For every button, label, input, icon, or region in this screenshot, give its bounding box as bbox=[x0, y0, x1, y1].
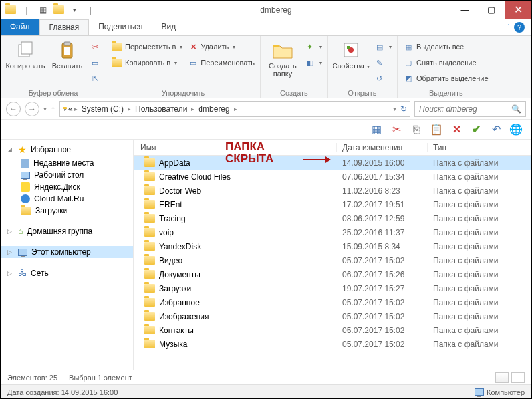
copy-to-icon bbox=[112, 57, 122, 68]
copy-icon[interactable]: ⎘ bbox=[409, 122, 424, 137]
close-button[interactable]: ✕ bbox=[505, 1, 531, 19]
sidebar-mailru[interactable]: Cloud Mail.Ru bbox=[1, 193, 133, 205]
file-type: Папка с файлами bbox=[428, 298, 531, 307]
file-row[interactable]: Изображения05.07.2017 15:02Папка с файла… bbox=[134, 309, 531, 323]
file-type: Папка с файлами bbox=[428, 270, 531, 279]
qat-open-icon[interactable] bbox=[51, 3, 66, 17]
crumb-users[interactable]: Пользователи bbox=[132, 104, 190, 114]
back-button[interactable]: ← bbox=[6, 102, 21, 116]
move-to-button[interactable]: Переместить в▾ bbox=[110, 39, 184, 54]
file-row[interactable]: Doctor Web11.02.2016 8:23Папка с файлами bbox=[134, 184, 531, 198]
search-icon[interactable]: 🔍 bbox=[511, 104, 521, 114]
tab-share[interactable]: Поделиться bbox=[89, 19, 152, 35]
new-item-button[interactable]: ✦▾ bbox=[303, 39, 323, 54]
tab-view[interactable]: Вид bbox=[152, 19, 185, 35]
column-type[interactable]: Тип bbox=[428, 143, 531, 152]
globe-icon[interactable]: 🌐 bbox=[509, 122, 523, 137]
crumb-system[interactable]: System (C:) bbox=[79, 104, 126, 114]
icons-view-button[interactable] bbox=[511, 372, 525, 383]
search-input[interactable] bbox=[419, 104, 507, 114]
window-controls: — ▢ ✕ bbox=[452, 1, 531, 19]
search-box[interactable]: 🔍 bbox=[414, 101, 526, 117]
cut-button[interactable]: ✂ bbox=[88, 39, 102, 54]
ribbon-collapse-icon[interactable]: ˆ bbox=[507, 23, 510, 31]
tab-home[interactable]: Главная bbox=[39, 19, 90, 35]
minimize-button[interactable]: — bbox=[452, 1, 478, 19]
recent-locations-button[interactable]: ▾ bbox=[43, 105, 47, 112]
window-title: dmbereg bbox=[100, 5, 452, 15]
address-dropdown-icon[interactable]: ▾ bbox=[393, 105, 396, 112]
sidebar-desktop[interactable]: Рабочий стол bbox=[1, 169, 133, 181]
file-row[interactable]: Избранное05.07.2017 15:02Папка с файлами bbox=[134, 295, 531, 309]
details-view-button[interactable] bbox=[495, 372, 509, 383]
crumb-dmbereg[interactable]: dmbereg bbox=[196, 104, 232, 114]
file-name: Избранное bbox=[159, 298, 200, 307]
delete-button[interactable]: ✕Удалить▾ bbox=[186, 39, 256, 54]
file-date: 11.02.2016 8:23 bbox=[337, 186, 428, 196]
file-date: 05.07.2017 15:02 bbox=[337, 298, 428, 307]
check-icon[interactable]: ✔ bbox=[469, 122, 483, 137]
sidebar-homegroup[interactable]: ▷⌂Домашняя группа bbox=[1, 225, 133, 238]
file-row[interactable]: Контакты05.07.2017 15:02Папка с файлами bbox=[134, 323, 531, 337]
sidebar-network[interactable]: ▷🖧Сеть bbox=[1, 266, 133, 280]
history-button[interactable]: ↺ bbox=[373, 71, 393, 86]
date-created: Дата создания: 14.09.2015 16:00 bbox=[7, 388, 118, 396]
paste-button[interactable]: Вставить bbox=[49, 38, 86, 70]
file-row[interactable]: Документы06.07.2017 15:26Папка с файлами bbox=[134, 267, 531, 281]
maximize-button[interactable]: ▢ bbox=[478, 1, 505, 19]
cut-icon[interactable]: ✂ bbox=[389, 122, 404, 137]
paste-shortcut-button[interactable]: ⇱ bbox=[88, 71, 102, 86]
chevron-down-icon: ▾ bbox=[233, 44, 235, 50]
new-folder-button[interactable]: Создать папку bbox=[265, 38, 301, 78]
file-row[interactable]: Загрузки19.07.2017 15:27Папка с файлами bbox=[134, 281, 531, 295]
sidebar-this-pc[interactable]: ▷Этот компьютер bbox=[1, 246, 133, 258]
file-row[interactable]: AppData14.09.2015 16:00Папка с файлами bbox=[134, 156, 531, 170]
file-row[interactable]: Creative Cloud Files07.06.2017 15:34Папк… bbox=[134, 170, 531, 184]
select-all-button[interactable]: ▦Выделить все bbox=[402, 39, 490, 54]
forward-button[interactable]: → bbox=[25, 102, 39, 116]
refresh-icon[interactable]: ↻ bbox=[400, 104, 407, 114]
invert-selection-button[interactable]: ◩Обратить выделение bbox=[402, 71, 490, 86]
edit-button[interactable]: ✎ bbox=[373, 55, 393, 70]
column-date[interactable]: Дата изменения bbox=[337, 143, 428, 152]
undo-icon[interactable]: ↶ bbox=[489, 122, 503, 137]
column-headers: Имя Дата изменения Тип bbox=[134, 140, 531, 156]
file-row[interactable]: Tracing08.06.2017 12:59Папка с файлами bbox=[134, 211, 531, 225]
open-button[interactable]: ▤▾ bbox=[373, 39, 393, 54]
file-row[interactable]: voip25.02.2016 11:37Папка с файлами bbox=[134, 225, 531, 239]
breadcrumb-ellipsis[interactable]: « bbox=[68, 104, 73, 114]
select-none-button[interactable]: ▢Снять выделение bbox=[402, 55, 490, 70]
breadcrumb[interactable]: ▸ « ▸ System (C:) ▸ Пользователи ▸ dmber… bbox=[59, 101, 410, 117]
file-row[interactable]: EREnt17.02.2017 19:51Папка с файлами bbox=[134, 198, 531, 211]
delete-icon[interactable]: ✕ bbox=[449, 122, 464, 137]
file-row[interactable]: Видео05.07.2017 15:02Папка с файлами bbox=[134, 253, 531, 267]
column-name[interactable]: Имя bbox=[134, 143, 337, 152]
sidebar-yandex[interactable]: Яндекс.Диск bbox=[1, 181, 133, 193]
copy-to-button[interactable]: Копировать в▾ bbox=[110, 55, 184, 70]
sidebar-favorites[interactable]: ◢★Избранное bbox=[1, 142, 133, 157]
details-bar: Дата создания: 14.09.2015 16:00 Компьюте… bbox=[1, 384, 531, 399]
easy-access-button[interactable]: ◧▾ bbox=[303, 55, 323, 70]
properties-button[interactable]: Свойства ▾ bbox=[332, 38, 370, 71]
file-date: 05.07.2017 15:02 bbox=[337, 326, 428, 335]
navigation-pane: ◢★Избранное Недавние места Рабочий стол … bbox=[1, 140, 134, 370]
qat-properties-icon[interactable]: ▦ bbox=[35, 3, 50, 17]
paste-icon[interactable]: 📋 bbox=[429, 122, 444, 137]
copy-icon bbox=[15, 39, 36, 61]
help-icon[interactable]: ? bbox=[514, 22, 525, 33]
network-icon: 🖧 bbox=[18, 268, 27, 278]
tab-file[interactable]: Файл bbox=[1, 19, 39, 35]
copy-button[interactable]: Копировать bbox=[5, 38, 46, 70]
file-row[interactable]: YandexDisk15.09.2015 8:34Папка с файлами bbox=[134, 239, 531, 253]
qat-dropdown-icon[interactable]: ▾ bbox=[67, 3, 82, 17]
rename-button[interactable]: ▭Переименовать bbox=[186, 55, 256, 70]
preview-pane-icon[interactable]: ▦ bbox=[369, 122, 384, 137]
up-button[interactable]: ↑ bbox=[51, 104, 55, 114]
sidebar-downloads[interactable]: Загрузки bbox=[1, 205, 133, 217]
file-type: Папка с файлами bbox=[428, 186, 531, 196]
copy-path-button[interactable]: ▭ bbox=[88, 55, 102, 70]
qat-folder-icon[interactable] bbox=[3, 3, 18, 17]
file-name: Изображения bbox=[159, 312, 209, 321]
sidebar-recent[interactable]: Недавние места bbox=[1, 157, 133, 169]
file-row[interactable]: Музыка05.07.2017 15:02Папка с файлами bbox=[134, 337, 531, 351]
